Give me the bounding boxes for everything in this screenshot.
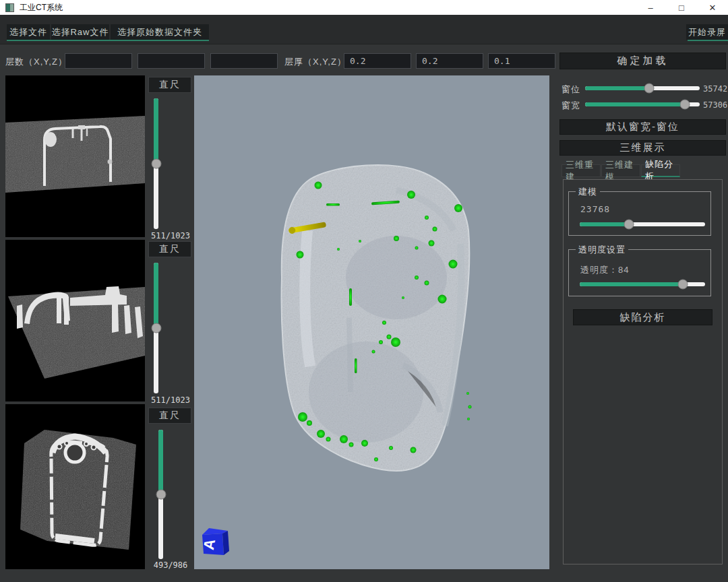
layers-x-input[interactable] <box>65 53 132 69</box>
window-width-value: 57306 <box>703 100 727 110</box>
app-icon <box>5 3 14 12</box>
ct-slice-top-image[interactable] <box>5 75 145 237</box>
toolbar: 选择文件 选择Raw文件 选择原始数据文件夹 开始录屏 <box>0 15 728 44</box>
slice-slider-bottom-handle[interactable] <box>156 490 166 500</box>
window-width-slider[interactable] <box>585 102 700 106</box>
thickness-x-input[interactable] <box>344 53 411 69</box>
modeling-slider-handle[interactable] <box>624 220 634 230</box>
layers-y-input[interactable] <box>138 53 205 69</box>
transparency-value: 透明度：84 <box>580 264 629 276</box>
title-bar: 工业CT系统 – □ ✕ <box>0 0 728 15</box>
transparency-group-title: 透明度设置 <box>576 244 628 256</box>
3d-model-render: A <box>194 75 549 569</box>
thickness-y-input[interactable] <box>416 53 483 69</box>
slice-slider-top-handle[interactable] <box>151 159 161 169</box>
defect-analysis-button[interactable]: 缺陷分析 <box>573 309 712 325</box>
slice-slider-bottom[interactable] <box>158 430 163 559</box>
transparency-slider[interactable] <box>580 282 705 286</box>
minimize-button[interactable]: – <box>635 0 666 15</box>
tab-3d-modeling[interactable]: 三维建模 <box>601 164 640 177</box>
window-title: 工业CT系统 <box>20 2 63 13</box>
window-level-label: 窗位 <box>562 84 580 96</box>
transparency-slider-handle[interactable] <box>677 280 688 290</box>
ct-slice-middle-image[interactable] <box>5 240 145 401</box>
slice-slider-top[interactable] <box>154 98 158 229</box>
display-3d-button[interactable]: 三维展示 <box>559 140 726 156</box>
maximize-button[interactable]: □ <box>666 0 697 15</box>
modeling-value: 23768 <box>580 204 610 214</box>
layers-label: 层数（X,Y,Z） <box>5 56 67 68</box>
select-file-button[interactable]: 选择文件 <box>7 24 50 40</box>
window-level-handle[interactable] <box>644 84 655 94</box>
record-underline <box>688 40 728 41</box>
ruler-button-top[interactable]: 直尺 <box>148 77 191 93</box>
tab-3d-reconstruction[interactable]: 三维重建 <box>562 164 601 177</box>
ruler-button-middle[interactable]: 直尺 <box>148 241 191 257</box>
orientation-cube-icon: A <box>200 528 229 555</box>
thickness-z-input[interactable] <box>488 53 555 69</box>
slice-index-top: 511/1023 <box>146 231 195 240</box>
window-level-slider[interactable] <box>585 86 700 90</box>
default-window-button[interactable]: 默认窗宽-窗位 <box>559 119 726 135</box>
select-raw-file-button[interactable]: 选择Raw文件 <box>51 24 109 40</box>
slice-slider-middle-handle[interactable] <box>151 323 161 333</box>
modeling-slider[interactable] <box>580 222 705 226</box>
slice-index-middle: 511/1023 <box>146 395 195 405</box>
layers-z-input[interactable] <box>210 53 278 69</box>
start-recording-button[interactable]: 开始录屏 <box>686 24 728 40</box>
window-level-value: 35742 <box>703 84 727 94</box>
slice-slider-middle[interactable] <box>154 263 158 393</box>
ct-slice-bottom-image[interactable] <box>5 404 145 569</box>
select-raw-folder-button[interactable]: 选择原始数据文件夹 <box>111 24 209 40</box>
window-width-label: 窗宽 <box>562 100 580 112</box>
tab-defect-analysis[interactable]: 缺陷分析 <box>641 164 680 177</box>
close-button[interactable]: ✕ <box>697 0 728 15</box>
render-viewport[interactable]: A <box>194 75 549 569</box>
confirm-load-button[interactable]: 确定加载 <box>559 53 726 69</box>
thickness-label: 层厚（X,Y,Z） <box>284 56 346 68</box>
window-controls: – □ ✕ <box>635 0 728 15</box>
window-width-handle[interactable] <box>679 100 690 110</box>
slice-index-bottom: 493/986 <box>146 560 195 570</box>
defect-tab-panel <box>563 179 723 564</box>
modeling-group-title: 建模 <box>576 186 600 198</box>
ruler-button-bottom[interactable]: 直尺 <box>148 408 191 424</box>
toolbar-underline <box>7 40 209 41</box>
